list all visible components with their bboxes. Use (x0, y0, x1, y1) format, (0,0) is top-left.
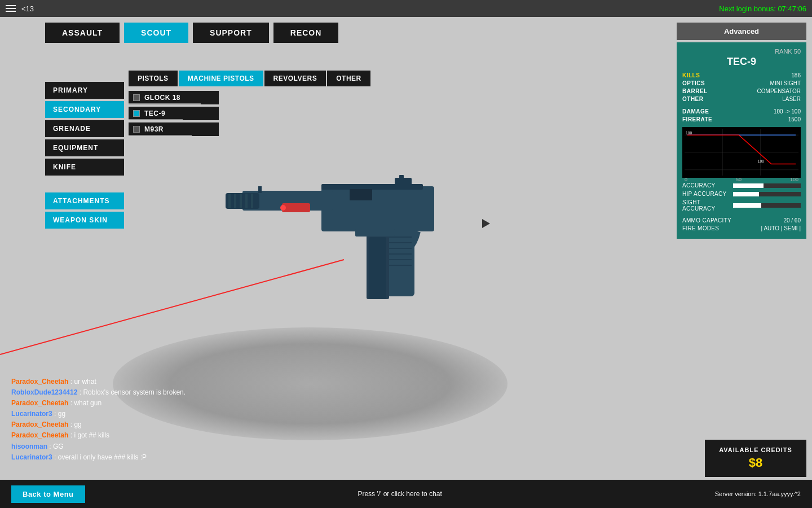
bottom-bar: Back to Menu Press '/' or click here to … (0, 480, 812, 508)
tab-knife[interactable]: KNIFE (45, 159, 124, 176)
chat-hint[interactable]: Press '/' or click here to chat (358, 490, 442, 498)
other-label: OTHER (682, 96, 704, 102)
category-tabs-panel: PRIMARY SECONDARY GRENADE EQUIPMENT KNIF… (45, 71, 124, 229)
weapon-label-glock18: GLOCK 18 (144, 94, 180, 102)
action-tabs: ATTACHMENTS WEAPON SKIN (45, 192, 124, 229)
chat-username: Paradox_Cheetah (11, 378, 68, 386)
weapon-sub-panel: PISTOLS MACHINE PISTOLS REVOLVERS OTHER … (129, 71, 370, 136)
weapon-tec9[interactable]: TEC-9 (129, 107, 219, 120)
chat-colon: : (68, 421, 74, 428)
chat-message: Roblox's censor system is broken. (83, 388, 186, 396)
chart-label-0: 0 (685, 177, 687, 182)
fire-modes-value: | AUTO | SEMI | (761, 225, 801, 231)
tab-grenade[interactable]: GRENADE (45, 120, 124, 137)
optics-row: OPTICS MINI SIGHT (682, 80, 801, 86)
menu-icon[interactable] (6, 5, 16, 12)
tab-equipment[interactable]: EQUIPMENT (45, 139, 124, 156)
weapon-label-tec9: TEC-9 (144, 110, 165, 117)
fire-modes-label: FIRE MODES (682, 225, 719, 231)
weapon-label-m93r: M93R (144, 125, 164, 133)
accuracy-bar (733, 183, 801, 188)
chat-message: overall i only have ### kills :P (58, 453, 147, 461)
player-count: <13 (21, 5, 34, 13)
sub-tab-other[interactable]: OTHER (327, 71, 370, 86)
chat-message: GG (53, 443, 64, 450)
chat-colon: : (68, 431, 74, 439)
login-bonus: Next login bonus: 07:47:06 (719, 5, 806, 13)
svg-rect-4 (234, 194, 236, 208)
weapon-bar-glock18 (129, 103, 201, 104)
credits-panel: AVAILABLE CREDITS $8 (705, 440, 806, 477)
chat-username: hisoonman (11, 443, 47, 450)
tab-scout[interactable]: SCOUT (124, 23, 188, 43)
sub-tab-pistols[interactable]: PISTOLS (129, 71, 178, 86)
chat-message: ur what (74, 378, 96, 386)
tab-secondary[interactable]: SECONDARY (45, 101, 124, 118)
tab-recon[interactable]: RECON (273, 23, 339, 43)
ammo-label: AMMO CAPACITY (682, 217, 731, 224)
ammo-value: 20 / 60 (783, 217, 801, 224)
tab-attachments[interactable]: ATTACHMENTS (45, 192, 124, 209)
chart-label-100: 100 (790, 177, 798, 182)
chat-username: Lucarinator3 (11, 410, 52, 418)
barrel-value: COMPENSATOR (757, 88, 801, 94)
damage-label: DAMAGE (682, 108, 709, 115)
kills-value: 186 (791, 72, 801, 78)
kills-label: KILLS (682, 72, 700, 78)
tab-weapon-skin[interactable]: WEAPON SKIN (45, 212, 124, 229)
barrel-label: BARREL (682, 88, 708, 94)
gun-model (197, 130, 508, 356)
weapon-glock18[interactable]: GLOCK 18 (129, 91, 219, 104)
barrel-row: BARREL COMPENSATOR (682, 88, 801, 94)
firerate-label: FIRERATE (682, 116, 712, 122)
class-tabs: ASSAULT SCOUT SUPPORT RECON (0, 23, 812, 43)
chat-line: hisoonman : GG (11, 441, 237, 452)
chat-colon: : (47, 443, 53, 450)
chat-colon: : (77, 388, 83, 396)
other-value: LASER (782, 96, 801, 102)
svg-rect-10 (399, 175, 404, 179)
main-content: ASSAULT SCOUT SUPPORT RECON PRIMARY SECO… (0, 17, 812, 508)
chat-message: gg (58, 410, 65, 418)
hip-accuracy-fill (733, 192, 759, 196)
sub-tab-revolvers[interactable]: REVOLVERS (264, 71, 326, 86)
damage-row: DAMAGE 100 -> 100 (682, 108, 801, 115)
weapon-bar-tec9 (129, 119, 183, 120)
svg-rect-0 (321, 186, 434, 231)
category-tabs: PRIMARY SECONDARY GRENADE EQUIPMENT KNIF… (45, 82, 124, 176)
tab-support[interactable]: SUPPORT (193, 23, 269, 43)
chat-colon: : (52, 453, 58, 461)
chat-colon: : (52, 410, 58, 418)
chat-line: Lucarinator3 : gg (11, 409, 237, 419)
weapon-list: GLOCK 18 TEC-9 M93R (129, 91, 370, 136)
credits-amount: $8 (714, 456, 797, 470)
sub-tabs-row: PISTOLS MACHINE PISTOLS REVOLVERS OTHER (129, 71, 370, 86)
weapon-checkbox-tec9 (133, 110, 140, 117)
chat-colon: : (68, 399, 74, 407)
svg-rect-22 (282, 203, 310, 212)
firerate-row: FIRERATE 1500 (682, 116, 801, 122)
chat-line: RobloxDude1234412 : Roblox's censor syst… (11, 387, 237, 398)
topbar-left: <13 (6, 5, 34, 13)
kills-row: KILLS 186 (682, 72, 801, 78)
chat-message: what gun (74, 399, 102, 407)
chart-labels: 0 50 100 (685, 177, 798, 182)
tab-primary[interactable]: PRIMARY (45, 82, 124, 99)
weapon-name-display: TEC-9 (682, 56, 801, 68)
other-row: OTHER LASER (682, 96, 801, 102)
credits-label: AVAILABLE CREDITS (714, 446, 797, 453)
damage-chart: 100 100 0 50 100 (682, 127, 801, 178)
svg-point-23 (280, 205, 286, 211)
weapon-checkbox-glock18 (133, 94, 140, 101)
tab-assault[interactable]: ASSAULT (45, 23, 120, 43)
chat-username: RobloxDude1234412 (11, 388, 77, 396)
stats-panel: RANK 50 TEC-9 KILLS 186 OPTICS MINI SIGH… (677, 42, 806, 239)
svg-rect-11 (350, 189, 372, 200)
hip-accuracy-bar (733, 192, 801, 196)
back-to-menu-button[interactable]: Back to Menu (11, 485, 85, 503)
sub-tab-machine-pistols[interactable]: MACHINE PISTOLS (179, 71, 263, 86)
chat-line: Paradox_Cheetah : ur what (11, 376, 237, 387)
svg-rect-5 (240, 194, 242, 208)
damage-value: 100 -> 100 (774, 108, 801, 115)
sight-accuracy-fill (733, 203, 761, 208)
